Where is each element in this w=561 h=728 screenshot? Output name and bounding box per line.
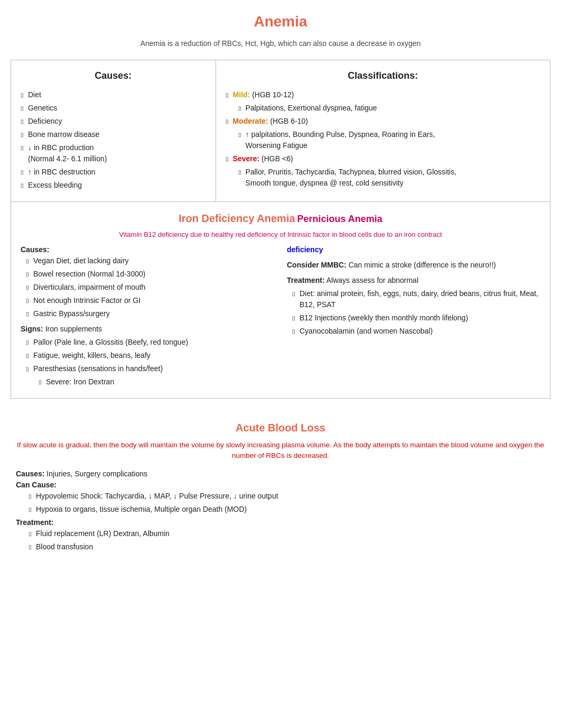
list-item: Diverticulars, impairment of mouth [26, 282, 274, 293]
acute-blood-loss-title: Acute Blood Loss [11, 420, 550, 436]
middle-section: Iron Deficiency Anemia Pernicious Anemia… [11, 202, 550, 399]
list-item: Pallor (Pale line, a Glossitis (Beefy, r… [26, 337, 274, 348]
consider-label: Consider MMBC: [287, 261, 347, 269]
acute-blood-loss-description: If slow acute is gradual, then the body … [11, 440, 550, 462]
iron-deficiency-details: Causes: Vegan Diet, diet lacking dairy B… [21, 244, 274, 390]
list-item: Bowel resection (Normal 1d-3000) [26, 269, 274, 280]
mild-sub: Palpitations, Exertional dyspnea, fatigu… [246, 103, 377, 114]
deficiency-label-container: deficiency [287, 244, 540, 255]
iron-deficiency-title: Iron Deficiency Anemia [179, 213, 295, 224]
consider-subsection: Consider MMBC: Can mimic a stroke (diffe… [287, 260, 540, 271]
two-col-middle: Causes: Vegan Diet, diet lacking dairy B… [21, 244, 540, 390]
list-item: Pallor, Pruritis, Tachycardia, Tachypnea… [238, 167, 540, 189]
list-item: Severe: Iron Dextran [39, 376, 274, 388]
acute-treatment: Treatment: [16, 517, 545, 528]
list-item: Genetics [21, 103, 206, 114]
moderate-item: Moderate: (HGB 6-10) [226, 116, 540, 127]
mild-sub-list: Palpitations, Exertional dyspnea, fatigu… [226, 103, 540, 114]
severe-item: Severe: (HGB <6) [226, 153, 540, 164]
always-assess: Always assess for abnormal [326, 276, 418, 284]
mild-label: Mild: [233, 90, 250, 99]
list-item: Fatigue, weight, killers, beans, leafy [26, 350, 274, 361]
list-item: B12 Injections (weekly then monthly mont… [292, 312, 540, 324]
causes-header: Causes: [21, 69, 206, 83]
causes-subsection: Causes: Vegan Diet, diet lacking dairy B… [21, 244, 274, 319]
acute-can-cause-list: Hypovolemic Shock: Tachycardia, ↓ MAP, ↓… [16, 491, 545, 515]
mild-hgb: (HGB 10-12) [252, 90, 294, 99]
acute-can-cause: Can Cause: [16, 480, 545, 491]
causes-list: Diet Genetics Deficiency Bone marrow dis… [21, 89, 206, 191]
severe-label: Severe: [233, 154, 260, 163]
signs-label: Signs: [21, 325, 45, 333]
iron-causes-list: Vegan Diet, diet lacking dairy Bowel res… [26, 255, 274, 319]
list-item: ↓ in RBC production(Normal 4.2- 6.1 mill… [21, 142, 206, 164]
mild-item: Mild: (HGB 10-12) [226, 89, 540, 100]
pernicious-details: deficiency Consider MMBC: Can mimic a st… [287, 244, 540, 390]
acute-treatment-label: Treatment: [16, 518, 54, 527]
pernicious-title-inline: Pernicious Anemia [297, 213, 382, 224]
list-item: Fluid replacement (LR) Dextran, Albumin [29, 528, 545, 539]
list-item: Not enough Intrinsic Factor or GI [26, 295, 274, 306]
acute-can-cause-label: Can Cause: [16, 481, 57, 489]
list-item: Palpitations, Exertional dyspnea, fatigu… [238, 103, 540, 114]
signs-sub-list: Severe: Iron Dextran [26, 376, 274, 388]
classifications-column: Classifications: Mild: (HGB 10-12) Palpi… [216, 60, 550, 201]
severe-sub-list: Pallor, Pruritis, Tachycardia, Tachypnea… [226, 167, 540, 189]
classifications-header: Classifications: [226, 69, 540, 83]
list-item: Blood transfusion [29, 541, 545, 552]
list-item: Diet [21, 89, 206, 100]
signs-subsection: Signs: Iron supplements Pallor (Pale lin… [21, 324, 274, 388]
iron-pernicious-titles: Iron Deficiency Anemia Pernicious Anemia [21, 210, 540, 226]
list-item: Cyanocobalamin (and women Nascobal) [292, 326, 540, 337]
list-item: Hypovolemic Shock: Tachycardia, ↓ MAP, ↓… [29, 491, 545, 502]
list-item: Vegan Diet, diet lacking dairy [26, 255, 274, 266]
list-item: ↑ in RBC destruction [21, 167, 206, 178]
page-title: Anemia [11, 11, 550, 33]
list-item: Hypoxia to organs, tissue ischemia, Mult… [29, 504, 545, 515]
acute-treatment-list: Fluid replacement (LR) Dextran, Albumin … [16, 528, 545, 552]
acute-body: Causes: Injuries, Surgery complications … [11, 468, 550, 552]
deficiency-label: deficiency [287, 245, 323, 254]
consider-text: Can mimic a stroke (difference is the ne… [349, 261, 496, 269]
severe-hgb: (HGB <6) [261, 154, 293, 163]
list-item: Bone marrow disease [21, 129, 206, 140]
classifications-list: Mild: (HGB 10-12) Palpitations, Exertion… [226, 89, 540, 189]
iron-supplements: Iron supplements [45, 325, 102, 333]
pernicious-description: Vitamin B12 deficiency due to healthy re… [21, 229, 540, 240]
top-section: Causes: Diet Genetics Deficiency Bone ma… [11, 60, 550, 202]
severe-sub1: Pallor, Pruritis, Tachycardia, Tachypnea… [246, 168, 456, 176]
moderate-sub-list: ↑ palpitations, Bounding Pulse, Dyspnea,… [226, 129, 540, 151]
moderate-hgb: (HGB 6-10) [270, 117, 308, 125]
signs-list: Pallor (Pale line, a Glossitis (Beefy, r… [26, 337, 274, 388]
moderate-label: Moderate: [233, 117, 268, 125]
acute-blood-loss-section: Acute Blood Loss If slow acute is gradua… [11, 414, 550, 560]
treatment-list: Diet: animal protein, fish, eggs, nuts, … [292, 288, 540, 337]
iron-causes-label: Causes: [21, 245, 49, 254]
list-item: Excess bleeding [21, 180, 206, 191]
list-item: Deficiency [21, 116, 206, 127]
moderate-sub1: ↑ palpitations, Bounding Pulse, Dyspnea,… [246, 130, 435, 139]
severe-sub2: Smooth tongue, dyspnea @ rest, cold sens… [246, 179, 404, 187]
page-subtitle: Anemia is a reduction of RBCs, Hct, Hgb,… [11, 38, 550, 49]
causes-column: Causes: Diet Genetics Deficiency Bone ma… [11, 60, 216, 201]
acute-causes: Causes: Injuries, Surgery complications [16, 468, 545, 480]
acute-causes-text: Injuries, Surgery complications [46, 469, 147, 478]
list-item: Diet: animal protein, fish, eggs, nuts, … [292, 288, 540, 310]
treatment-label: Treatment: [287, 276, 325, 284]
list-item: Paresthesias (sensations in hands/feet) [26, 363, 274, 374]
treatment-subsection: Treatment: Always assess for abnormal Di… [287, 275, 540, 337]
list-item: ↑ palpitations, Bounding Pulse, Dyspnea,… [238, 129, 540, 151]
moderate-sub2: Worsening Fatigue [246, 141, 307, 150]
list-item: Gastric Bypass/surgery [26, 308, 274, 319]
acute-causes-label: Causes: [16, 469, 44, 478]
pernicious-title: Pernicious Anemia [297, 214, 382, 224]
